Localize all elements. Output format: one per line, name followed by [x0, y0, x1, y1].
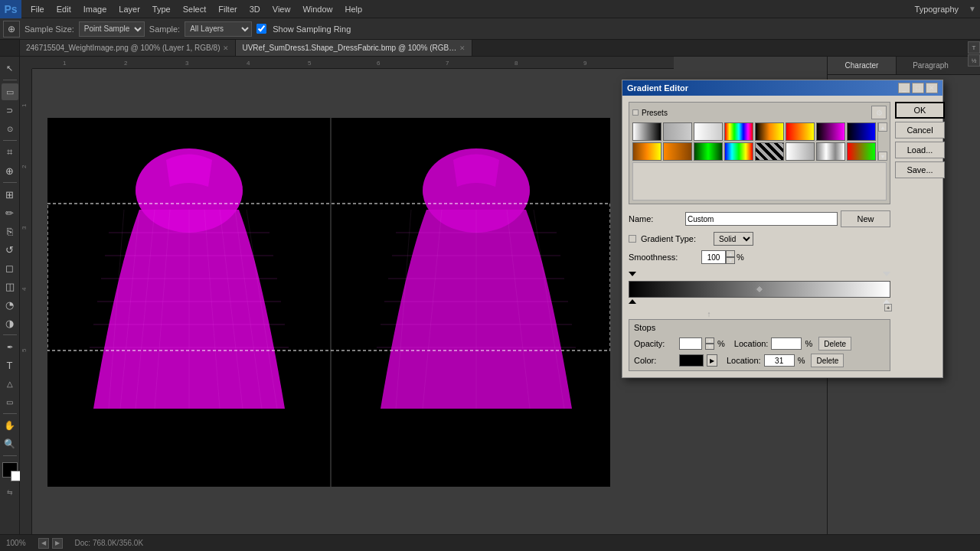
- tab-1[interactable]: UVRef_SumDress1.Shape_DressFabric.bmp @ …: [236, 40, 472, 56]
- type-tool[interactable]: T: [2, 357, 18, 373]
- move-tool[interactable]: ↖: [2, 60, 18, 77]
- panel-icon-2[interactable]: ½: [968, 54, 980, 67]
- sample-select[interactable]: All Layers Current Layer: [185, 21, 252, 37]
- shape-tool[interactable]: ▭: [2, 393, 18, 410]
- gradient-type-checkbox: [629, 235, 636, 243]
- path-tool[interactable]: △: [2, 375, 18, 392]
- gradient-type-select[interactable]: Solid Noise: [714, 232, 753, 246]
- clone-tool[interactable]: ⎘: [2, 223, 18, 240]
- preset-orange[interactable]: [755, 122, 784, 141]
- color-dropdown-btn[interactable]: ▶: [707, 354, 717, 367]
- workspace-typography[interactable]: Typography: [909, 3, 965, 15]
- marquee-tool[interactable]: ▭: [2, 83, 18, 100]
- quick-select-tool[interactable]: ⊙: [2, 120, 18, 137]
- svg-text:4: 4: [247, 60, 250, 67]
- menu-view[interactable]: View: [266, 3, 297, 15]
- preset-cust2[interactable]: [663, 142, 692, 161]
- lasso-tool[interactable]: ⊃: [2, 102, 18, 119]
- preset-bw[interactable]: [632, 122, 662, 141]
- menu-layer[interactable]: Layer: [113, 3, 146, 15]
- save-button[interactable]: Save...: [895, 161, 945, 178]
- preset-red[interactable]: [786, 122, 815, 141]
- eyedropper-tool[interactable]: ⊕: [2, 162, 18, 179]
- menu-window[interactable]: Window: [296, 3, 338, 15]
- panel-icon-1[interactable]: T: [968, 41, 980, 54]
- tab-0[interactable]: 246715504_WeightImage.png @ 100% (Layer …: [20, 40, 236, 56]
- presets-collapse-btn[interactable]: [632, 109, 639, 116]
- color-swatch[interactable]: [679, 354, 704, 367]
- workspace-arrow[interactable]: ▼: [965, 2, 980, 17]
- sample-size-select[interactable]: Point Sample 3x3 Average 5x5 Average: [79, 21, 145, 37]
- prev-frame-btn[interactable]: ◀: [38, 538, 49, 549]
- swap-colors[interactable]: ⇆: [7, 488, 13, 496]
- svg-text:2: 2: [124, 60, 128, 67]
- dodge-tool[interactable]: ◑: [2, 315, 18, 331]
- history-brush-tool[interactable]: ↺: [2, 241, 18, 258]
- eraser-tool[interactable]: ◻: [2, 259, 18, 276]
- tab-paragraph[interactable]: Paragraph: [897, 57, 965, 74]
- opacity-stop-left[interactable]: [629, 272, 636, 276]
- tab-1-close[interactable]: ✕: [459, 44, 466, 52]
- preset-spectrum[interactable]: [724, 122, 753, 141]
- svg-text:4: 4: [21, 287, 28, 291]
- menu-3d[interactable]: 3D: [243, 3, 266, 15]
- menu-type[interactable]: Type: [146, 3, 177, 15]
- opacity-input[interactable]: [679, 337, 702, 350]
- smoothness-input[interactable]: [701, 250, 726, 264]
- new-gradient-btn[interactable]: New: [841, 210, 890, 227]
- gradient-editor-titlebar[interactable]: Gradient Editor _ □ ✕: [622, 80, 942, 96]
- color-location-input[interactable]: [764, 354, 795, 367]
- name-input[interactable]: [685, 212, 838, 226]
- menu-image[interactable]: Image: [77, 3, 113, 15]
- opacity-delete-btn[interactable]: Delete: [818, 337, 851, 350]
- crop-tool[interactable]: ⌗: [2, 144, 18, 161]
- restore-btn[interactable]: □: [912, 83, 924, 93]
- preset-bstripe[interactable]: [755, 142, 784, 161]
- menu-help[interactable]: Help: [339, 3, 369, 15]
- menu-filter[interactable]: Filter: [212, 3, 243, 15]
- preset-pink[interactable]: [816, 122, 845, 141]
- scroll-up-btn[interactable]: ▲: [878, 122, 887, 132]
- healing-tool[interactable]: ⊞: [2, 186, 18, 203]
- preset-lgray[interactable]: [786, 142, 815, 161]
- gradient-tool[interactable]: ◫: [2, 278, 18, 295]
- presets-settings-btn[interactable]: ⚙: [871, 106, 887, 119]
- blur-tool[interactable]: ◔: [2, 296, 18, 313]
- preset-blue[interactable]: [847, 122, 876, 141]
- scroll-down-btn[interactable]: ▼: [878, 152, 887, 161]
- cancel-button[interactable]: Cancel: [895, 122, 945, 139]
- play-btn[interactable]: ▶: [52, 538, 63, 549]
- preset-green[interactable]: [694, 142, 723, 161]
- preset-custom1[interactable]: [632, 142, 662, 161]
- pen-tool[interactable]: ✒: [2, 338, 18, 355]
- preset-chrome[interactable]: [816, 142, 845, 161]
- zoom-tool[interactable]: 🔍: [2, 435, 18, 452]
- opacity-stop-right[interactable]: [883, 272, 890, 276]
- menu-file[interactable]: File: [24, 3, 51, 15]
- ok-button[interactable]: OK: [895, 102, 945, 119]
- preset-rainbow2[interactable]: [724, 142, 753, 161]
- smooth-down-btn[interactable]: ▼: [726, 257, 735, 264]
- menu-select[interactable]: Select: [177, 3, 213, 15]
- brush-tool[interactable]: ✏: [2, 204, 18, 221]
- preset-transparent[interactable]: [663, 122, 692, 141]
- foreground-color[interactable]: [2, 462, 18, 478]
- color-delete-btn[interactable]: Delete: [811, 354, 844, 367]
- hand-tool[interactable]: ✋: [2, 417, 18, 434]
- preset-white-transparent[interactable]: [694, 122, 723, 141]
- close-btn[interactable]: ✕: [926, 83, 938, 93]
- opacity-up[interactable]: ▲: [705, 337, 714, 344]
- smoothness-stepper: ▲ ▼: [726, 250, 735, 264]
- opacity-location-input[interactable]: [771, 337, 802, 350]
- load-button[interactable]: Load...: [895, 142, 945, 158]
- show-sampling-ring-checkbox[interactable]: [256, 24, 266, 34]
- opacity-down[interactable]: ▼: [705, 344, 714, 350]
- doc-info: Doc: 768.0K/356.0K: [75, 539, 144, 547]
- tab-character[interactable]: Character: [828, 57, 897, 74]
- color-stop-left[interactable]: [629, 299, 636, 304]
- menu-edit[interactable]: Edit: [51, 3, 77, 15]
- preset-rs[interactable]: [847, 142, 876, 161]
- tab-0-close[interactable]: ✕: [223, 44, 229, 52]
- minimize-btn[interactable]: _: [898, 83, 910, 93]
- smooth-up-btn[interactable]: ▲: [726, 250, 735, 257]
